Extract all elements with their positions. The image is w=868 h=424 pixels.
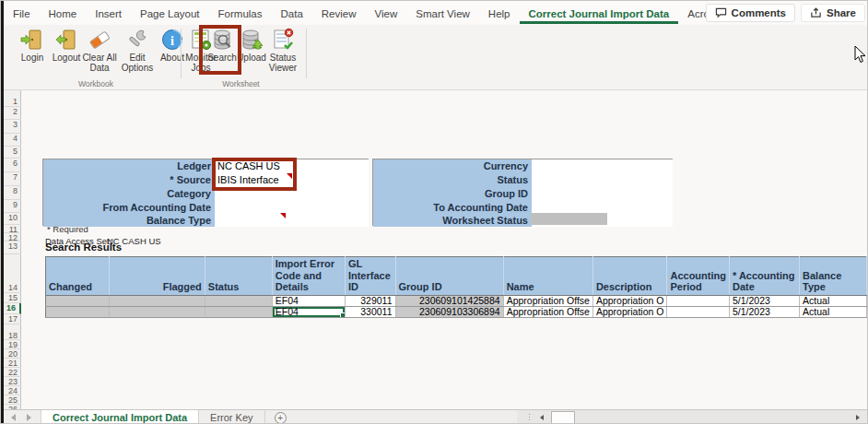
add-sheet-button[interactable]: +	[265, 410, 296, 424]
row-header-19[interactable]: 19	[4, 340, 21, 349]
sheet-tab-error-key[interactable]: Error Key	[199, 410, 264, 424]
worksheet-status-gray-cell	[531, 213, 607, 225]
cell-error-code[interactable]: EF04	[272, 295, 345, 306]
sheet-nav-next-icon[interactable]	[27, 414, 31, 421]
ribbon-tab-bar: File Home Insert Page Layout Formulas Da…	[4, 1, 867, 25]
cell-changed[interactable]	[46, 306, 110, 317]
row-header-4[interactable]: 4	[4, 134, 21, 147]
row-header-7[interactable]: 7	[4, 172, 21, 186]
row-header-17[interactable]: 17	[4, 314, 21, 324]
currency-value-cell[interactable]	[532, 159, 673, 173]
row-header-23[interactable]: 23	[4, 377, 21, 386]
tab-insert[interactable]: Insert	[86, 3, 131, 24]
logout-button[interactable]: Logout	[48, 28, 85, 63]
row-header-12[interactable]: 12	[4, 233, 21, 241]
sheet-nav-prev-icon[interactable]	[11, 414, 16, 421]
row-header-5[interactable]: 5	[4, 147, 21, 159]
row-header-10[interactable]: 10	[4, 213, 21, 225]
tab-help[interactable]: Help	[479, 3, 520, 24]
to-accounting-date-value-cell[interactable]	[532, 201, 673, 214]
share-label: Share	[827, 7, 856, 18]
comment-indicator-balance-type	[280, 213, 286, 218]
from-accounting-date-value-cell[interactable]	[215, 201, 369, 214]
row-header-25[interactable]: 25	[4, 395, 21, 405]
row-header-13[interactable]: 13	[4, 241, 21, 254]
cell-flagged[interactable]	[109, 306, 205, 317]
row-header-16[interactable]: 16	[4, 303, 21, 314]
row-header-2[interactable]: 2	[4, 107, 21, 120]
row-header-6[interactable]: 6	[4, 159, 21, 172]
cell-balance-type[interactable]: Actual	[800, 306, 867, 317]
col-header-balance-type: Balance Type	[800, 257, 867, 296]
status-value-cell[interactable]	[532, 173, 673, 187]
comment-bubble-icon	[715, 7, 727, 18]
row-header-14[interactable]: 14	[4, 254, 21, 293]
cell-gl-interface-id[interactable]: 330011	[345, 306, 395, 317]
cell-changed[interactable]	[46, 295, 110, 306]
share-icon	[810, 7, 822, 18]
balance-type-label: Balance Type	[43, 214, 215, 227]
tab-data[interactable]: Data	[272, 3, 312, 24]
cell-accounting-period[interactable]	[667, 295, 730, 306]
edit-options-button[interactable]: Edit Options	[118, 28, 157, 73]
tab-smart-view[interactable]: Smart View	[406, 3, 479, 24]
svg-text:i: i	[170, 34, 174, 48]
tab-view[interactable]: View	[366, 3, 407, 24]
cell-flagged[interactable]	[109, 295, 205, 306]
cell-accounting-date[interactable]: 5/1/2023	[729, 295, 799, 306]
mouse-cursor	[854, 45, 867, 64]
tab-correct-journal-import-data[interactable]: Correct Journal Import Data	[520, 3, 679, 24]
login-button[interactable]: Login	[15, 28, 50, 63]
ribbon-body: Login Logout Clear All Data	[4, 25, 867, 90]
row-header-21[interactable]: 21	[4, 359, 21, 368]
cell-balance-type[interactable]: Actual	[800, 295, 867, 306]
worksheet-status-label: Worksheet Status	[373, 214, 532, 227]
tab-formulas[interactable]: Formulas	[209, 3, 272, 24]
sheet-tab-correct-journal-import-data[interactable]: Correct Journal Import Data	[41, 410, 199, 424]
row-header-3[interactable]: 3	[4, 120, 21, 134]
annotation-box-ledger-source	[212, 158, 297, 191]
row-header-20[interactable]: 20	[4, 349, 21, 359]
row-header-18[interactable]: 18	[4, 331, 21, 340]
col-header-gl-interface-id: GL Interface ID	[345, 257, 395, 296]
share-button[interactable]: Share	[801, 4, 865, 22]
col-header-flagged: Flagged	[109, 257, 205, 296]
horizontal-scrollbar[interactable]	[517, 409, 867, 424]
cell-error-code-selected[interactable]: EF04	[272, 306, 345, 317]
plus-icon: +	[275, 412, 287, 424]
row-header-15[interactable]: 15	[4, 293, 21, 303]
scrollbar-thumb[interactable]	[551, 411, 575, 424]
status-viewer-button[interactable]: Status Viewer	[264, 28, 301, 73]
cell-description[interactable]: Appropriation O	[592, 295, 667, 306]
row-header-8[interactable]: 8	[4, 186, 21, 200]
clear-all-data-button[interactable]: Clear All Data	[81, 28, 118, 73]
cell-accounting-period[interactable]	[667, 306, 730, 317]
cell-name[interactable]: Appropriation Offse	[503, 306, 592, 317]
tab-page-layout[interactable]: Page Layout	[131, 3, 209, 24]
row-header-9[interactable]: 9	[4, 200, 21, 213]
balance-type-value-cell[interactable]	[215, 214, 369, 227]
scrollbar-resize-handle[interactable]	[528, 413, 532, 422]
tab-home[interactable]: Home	[40, 3, 87, 24]
cell-status[interactable]	[205, 295, 272, 306]
tab-file[interactable]: File	[4, 3, 40, 24]
tab-review[interactable]: Review	[312, 3, 366, 24]
cell-accounting-date[interactable]: 5/1/2023	[729, 306, 799, 317]
row-header-1[interactable]: 1	[4, 97, 21, 107]
group-id-value-cell[interactable]	[532, 187, 673, 201]
scroll-right-button[interactable]	[851, 411, 864, 424]
cell-group-id[interactable]: 230609101425884	[395, 295, 503, 306]
cell-gl-interface-id[interactable]: 329011	[345, 295, 395, 306]
upload-database-icon	[240, 28, 264, 52]
cell-group-id[interactable]: 230609103306894	[395, 306, 503, 317]
row-header-22[interactable]: 22	[4, 368, 21, 377]
cell-status[interactable]	[205, 306, 272, 317]
status-viewer-label: Status Viewer	[269, 53, 297, 73]
cell-description[interactable]: Appropriation O	[592, 306, 667, 317]
cell-name[interactable]: Appropriation Offse	[503, 295, 592, 306]
col-header-accounting-period: Accounting Period	[667, 257, 730, 296]
comments-button[interactable]: Comments	[706, 4, 795, 22]
row-header-11[interactable]: 11	[4, 225, 21, 233]
row-header-24[interactable]: 24	[4, 386, 21, 395]
scroll-left-button[interactable]	[535, 411, 548, 424]
